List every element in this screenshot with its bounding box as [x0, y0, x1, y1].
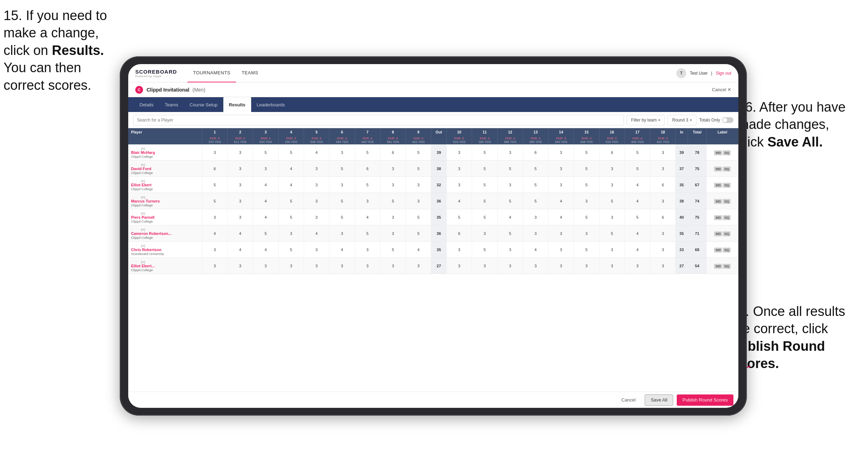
score-hole-18[interactable]: 3 — [650, 258, 676, 274]
score-hole-3[interactable]: 4 — [253, 209, 278, 225]
score-hole-5[interactable]: 3 — [304, 258, 329, 274]
score-hole-18[interactable]: 3 — [650, 193, 676, 209]
score-hole-7[interactable]: 3 — [355, 242, 380, 258]
score-hole-13[interactable]: 5 — [523, 193, 548, 209]
score-hole-14[interactable]: 4 — [548, 193, 574, 209]
score-hole-13[interactable]: 3 — [523, 258, 548, 274]
score-hole-7[interactable]: 6 — [355, 161, 380, 177]
score-hole-11[interactable]: 5 — [472, 177, 497, 193]
score-hole-3[interactable]: 5 — [253, 144, 278, 161]
score-hole-1[interactable]: 5 — [202, 193, 227, 209]
score-hole-8[interactable]: 6 — [380, 144, 405, 161]
tab-details[interactable]: Details — [134, 97, 159, 112]
score-hole-2[interactable]: 3 — [228, 193, 253, 209]
score-hole-11[interactable]: 5 — [472, 242, 497, 258]
nav-tournaments[interactable]: TOURNAMENTS — [187, 64, 236, 82]
score-hole-8[interactable]: 5 — [380, 242, 405, 258]
score-hole-11[interactable]: 3 — [472, 258, 497, 274]
score-hole-15[interactable]: 5 — [574, 177, 599, 193]
score-hole-16[interactable]: 3 — [599, 258, 625, 274]
score-hole-10[interactable]: 4 — [446, 193, 472, 209]
signout-link[interactable]: Sign out — [716, 71, 731, 76]
score-hole-3[interactable]: 3 — [253, 258, 278, 274]
score-hole-12[interactable]: 3 — [497, 242, 523, 258]
score-hole-9[interactable]: 3 — [406, 258, 431, 274]
score-hole-5[interactable]: 4 — [304, 225, 329, 242]
score-hole-10[interactable]: 6 — [446, 225, 472, 242]
score-hole-1[interactable]: 3 — [202, 209, 227, 225]
score-hole-13[interactable]: 5 — [523, 177, 548, 193]
score-hole-13[interactable]: 6 — [523, 144, 548, 161]
totals-only-toggle[interactable]: Totals Only — [699, 117, 733, 123]
score-hole-12[interactable]: 5 — [497, 225, 523, 242]
score-hole-14[interactable]: 3 — [548, 225, 574, 242]
score-hole-2[interactable]: 3 — [228, 177, 253, 193]
score-hole-4[interactable]: 4 — [278, 177, 304, 193]
score-hole-8[interactable]: 3 — [380, 209, 405, 225]
score-hole-6[interactable]: 5 — [329, 209, 355, 225]
nav-teams[interactable]: TEAMS — [236, 64, 264, 82]
score-hole-14[interactable]: 4 — [548, 209, 574, 225]
score-hole-16[interactable]: 5 — [599, 193, 625, 209]
score-hole-17[interactable]: 3 — [625, 258, 650, 274]
label-cell[interactable]: WDDQ — [707, 177, 738, 193]
score-hole-3[interactable]: 4 — [253, 193, 278, 209]
tab-leaderboards[interactable]: Leaderboards — [251, 97, 291, 112]
score-hole-18[interactable]: 3 — [650, 225, 676, 242]
score-hole-2[interactable]: 3 — [228, 258, 253, 274]
score-hole-17[interactable]: 4 — [625, 225, 650, 242]
score-hole-10[interactable]: 5 — [446, 209, 472, 225]
score-hole-16[interactable]: 6 — [599, 144, 625, 161]
score-hole-14[interactable]: 3 — [548, 258, 574, 274]
toggle-track[interactable] — [722, 117, 733, 123]
score-hole-17[interactable]: 5 — [625, 209, 650, 225]
score-hole-10[interactable]: 3 — [446, 242, 472, 258]
score-hole-2[interactable]: 4 — [228, 242, 253, 258]
score-hole-12[interactable]: 3 — [497, 177, 523, 193]
score-hole-16[interactable]: 3 — [599, 177, 625, 193]
round-selector-button[interactable]: Round 3 — [668, 115, 696, 125]
score-hole-1[interactable]: 4 — [202, 225, 227, 242]
score-hole-10[interactable]: 3 — [446, 144, 472, 161]
score-hole-15[interactable]: 5 — [574, 161, 599, 177]
score-hole-1[interactable]: 3 — [202, 258, 227, 274]
score-hole-2[interactable]: 3 — [228, 209, 253, 225]
score-hole-2[interactable]: 3 — [228, 144, 253, 161]
score-hole-12[interactable]: 4 — [497, 209, 523, 225]
score-hole-11[interactable]: 5 — [472, 209, 497, 225]
score-hole-9[interactable]: 5 — [406, 225, 431, 242]
tab-course-setup[interactable]: Course Setup — [184, 97, 223, 112]
score-hole-5[interactable]: 3 — [304, 161, 329, 177]
score-hole-14[interactable]: 3 — [548, 144, 574, 161]
score-hole-14[interactable]: 3 — [548, 161, 574, 177]
score-hole-6[interactable]: 3 — [329, 144, 355, 161]
save-all-button[interactable]: Save All — [645, 394, 673, 406]
score-hole-17[interactable]: 4 — [625, 242, 650, 258]
score-hole-6[interactable]: 3 — [329, 225, 355, 242]
score-hole-9[interactable]: 5 — [406, 161, 431, 177]
score-hole-12[interactable]: 3 — [497, 258, 523, 274]
score-hole-11[interactable]: 5 — [472, 144, 497, 161]
score-hole-6[interactable]: 4 — [329, 242, 355, 258]
score-hole-15[interactable]: 5 — [574, 242, 599, 258]
label-cell[interactable]: WDDQ — [707, 209, 738, 225]
score-hole-18[interactable]: 3 — [650, 242, 676, 258]
score-hole-1[interactable]: 3 — [202, 144, 227, 161]
score-hole-17[interactable]: 4 — [625, 193, 650, 209]
score-hole-5[interactable]: 3 — [304, 177, 329, 193]
score-hole-18[interactable]: 3 — [650, 161, 676, 177]
score-hole-4[interactable]: 5 — [278, 144, 304, 161]
score-hole-1[interactable]: 3 — [202, 242, 227, 258]
score-hole-17[interactable]: 4 — [625, 177, 650, 193]
score-hole-4[interactable]: 5 — [278, 242, 304, 258]
score-hole-5[interactable]: 3 — [304, 209, 329, 225]
score-hole-4[interactable]: 3 — [278, 258, 304, 274]
score-hole-10[interactable]: 3 — [446, 177, 472, 193]
label-cell[interactable]: WDDQ — [707, 258, 738, 274]
score-hole-17[interactable]: 5 — [625, 144, 650, 161]
tab-teams[interactable]: Teams — [159, 97, 184, 112]
cancel-action-button[interactable]: Cancel — [616, 394, 641, 406]
score-hole-17[interactable]: 5 — [625, 161, 650, 177]
score-hole-3[interactable]: 4 — [253, 177, 278, 193]
score-hole-3[interactable]: 3 — [253, 161, 278, 177]
